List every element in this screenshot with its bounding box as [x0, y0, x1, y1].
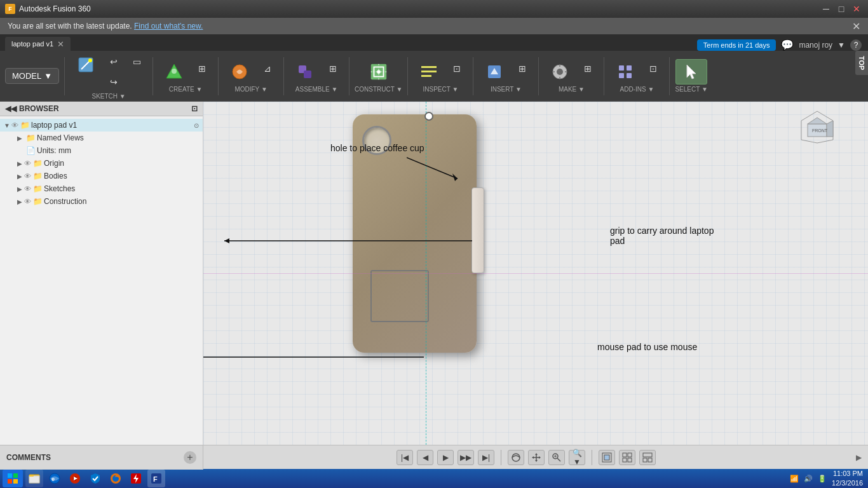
tab-laptop-pad[interactable]: laptop pad v1 ✕: [5, 37, 71, 51]
eye-icon-sketches[interactable]: 👁: [24, 185, 31, 193]
rect-button[interactable]: ▭: [126, 52, 147, 92]
term-button[interactable]: Term ends in 21 days: [697, 39, 776, 51]
grip-annotation-text2: pad: [610, 236, 625, 246]
taskbar-defender[interactable]: [86, 470, 104, 487]
construct-button[interactable]: [363, 59, 395, 85]
insert2-button[interactable]: ⊞: [512, 59, 533, 85]
tree-item-bodies[interactable]: ▶ 👁 📁 Bodies: [0, 170, 203, 182]
modify-label: MODIFY ▼: [234, 86, 267, 93]
play-button[interactable]: ▶: [437, 450, 454, 465]
insert-label: INSERT ▼: [491, 86, 522, 93]
eye-icon-bodies[interactable]: 👁: [24, 172, 31, 180]
viewport-layout-button[interactable]: [639, 450, 656, 465]
inspect2-button[interactable]: ⊡: [446, 59, 468, 85]
tree-item-root[interactable]: ▼ 👁 📁 laptop pad v1 ⊙: [0, 119, 203, 132]
tree-label-construction: Construction: [44, 197, 86, 206]
start-button[interactable]: [3, 470, 23, 487]
browser-collapse-icon[interactable]: ◀◀: [5, 104, 17, 113]
tree-label-root: laptop pad v1: [31, 121, 77, 130]
svg-rect-7: [304, 71, 311, 78]
modify2-button[interactable]: ⊿: [257, 59, 278, 85]
toolbar-select-group: SELECT ▼: [675, 59, 707, 93]
taskbar-explorer[interactable]: [25, 470, 43, 487]
redo-button[interactable]: ↪: [103, 72, 125, 92]
create-button[interactable]: [158, 59, 190, 85]
eye-icon-construction[interactable]: 👁: [24, 198, 31, 205]
chat-icon[interactable]: 💬: [781, 39, 794, 51]
taskbar-ie[interactable]: e: [46, 470, 64, 487]
notification-link[interactable]: Find out what's new.: [134, 22, 203, 30]
model-button[interactable]: MODEL ▼: [5, 68, 59, 84]
tree-item-units[interactable]: ▶ 📄 Units: mm: [0, 144, 203, 157]
tree-toggle-named-views[interactable]: ▶: [15, 133, 24, 142]
toolbar-divider-10: [669, 57, 670, 95]
play-end-button[interactable]: ▶|: [478, 450, 494, 465]
tree-toggle-sketches[interactable]: ▶: [15, 184, 24, 193]
browser-settings-icon[interactable]: ⊡: [191, 104, 198, 113]
notification-close[interactable]: ✕: [852, 20, 860, 32]
assemble-button[interactable]: [289, 59, 321, 85]
undo-button[interactable]: ↩: [103, 52, 125, 71]
svg-rect-15: [421, 75, 431, 77]
tree-toggle-construction[interactable]: ▶: [15, 197, 24, 206]
pan-button[interactable]: [528, 450, 545, 465]
svg-line-42: [557, 458, 560, 461]
tree-item-sketches[interactable]: ▶ 👁 📁 Sketches: [0, 182, 203, 195]
zoom-fit-button[interactable]: 🔍▼: [569, 450, 585, 465]
tree-item-named-views[interactable]: ▶ 📁 Named Views: [0, 132, 203, 144]
svg-point-12: [377, 70, 381, 74]
toolbar-divider-4: [283, 57, 284, 95]
close-button[interactable]: ✕: [850, 3, 863, 15]
select-label: SELECT ▼: [675, 86, 707, 93]
svg-rect-21: [627, 65, 632, 71]
tree-label-named-views: Named Views: [37, 133, 84, 142]
tree-toggle-bodies[interactable]: ▶: [15, 172, 24, 180]
tree-toggle-root[interactable]: ▼: [3, 121, 11, 130]
display-mode-button[interactable]: [599, 450, 615, 465]
sketch-button[interactable]: [70, 52, 102, 92]
svg-rect-57: [13, 479, 18, 484]
taskbar-fusion[interactable]: F: [147, 470, 165, 487]
user-arrow[interactable]: ▼: [837, 41, 845, 50]
taskbar-firefox[interactable]: [107, 470, 125, 487]
tree-item-construction[interactable]: ▶ 👁 📁 Construction: [0, 195, 203, 208]
assemble2-button[interactable]: ⊞: [322, 59, 344, 85]
make2-button[interactable]: ⊞: [577, 59, 599, 85]
tree-toggle-origin[interactable]: ▶: [15, 159, 24, 168]
play-start-button[interactable]: |◀: [397, 450, 413, 465]
viewport[interactable]: hole to place coffee cup grip to carry a…: [203, 102, 868, 445]
tree-actions-root[interactable]: ⊙: [194, 122, 199, 129]
play-prev-button[interactable]: ◀: [417, 450, 433, 465]
help-icon[interactable]: ?: [850, 39, 862, 51]
minimize-button[interactable]: ─: [820, 3, 832, 15]
addins2-button[interactable]: ⊡: [642, 59, 664, 85]
grid-button[interactable]: [619, 450, 635, 465]
tree-item-origin[interactable]: ▶ 👁 📁 Origin: [0, 157, 203, 170]
addins-button[interactable]: [609, 59, 641, 85]
make-button[interactable]: [544, 59, 576, 85]
toolbar-divider-5: [349, 57, 349, 95]
modify-button[interactable]: [224, 59, 255, 85]
svg-rect-50: [628, 458, 632, 462]
taskbar-flash[interactable]: [127, 470, 145, 487]
comments-add-button[interactable]: +: [184, 451, 196, 464]
create2-button[interactable]: ⊞: [191, 59, 213, 85]
insert-button[interactable]: [478, 59, 510, 85]
zoom-button[interactable]: [548, 450, 565, 465]
svg-text:F: F: [153, 475, 158, 483]
taskbar-clock[interactable]: 11:03 PM 12/3/2016: [832, 469, 863, 488]
select-button[interactable]: [675, 59, 707, 85]
taskbar-media[interactable]: [66, 470, 84, 487]
top-view-button[interactable]: TOP: [855, 51, 868, 75]
sidebar-expand-right[interactable]: ▶: [849, 453, 868, 462]
insert-icon: [484, 62, 505, 82]
eye-icon-root[interactable]: 👁: [11, 121, 18, 129]
tab-close-button[interactable]: ✕: [57, 39, 64, 49]
eye-icon-origin[interactable]: 👁: [24, 159, 31, 167]
play-next-button[interactable]: ▶▶: [458, 450, 474, 465]
nav-cube[interactable]: FRONT: [798, 108, 836, 146]
orbit-button[interactable]: [508, 450, 524, 465]
inspect-button[interactable]: [413, 59, 445, 85]
maximize-button[interactable]: □: [835, 3, 848, 15]
folder-icon-construction: 📁: [32, 196, 43, 207]
